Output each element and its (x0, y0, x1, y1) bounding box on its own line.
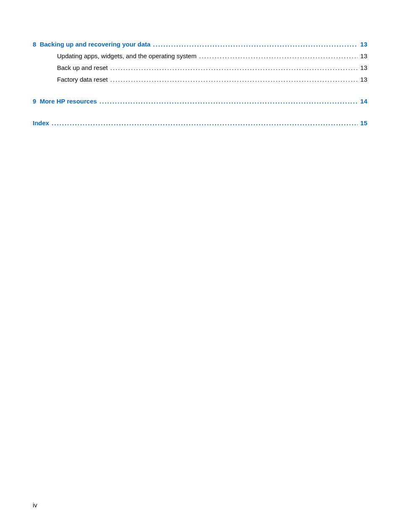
leader-dots (110, 74, 358, 85)
leader-dots (153, 39, 358, 50)
leader-dots (52, 117, 358, 129)
chapter-number: 8 (33, 41, 36, 48)
page-footer: iv (33, 501, 37, 509)
toc-index[interactable]: Index 15 (33, 117, 367, 129)
leader-dots (99, 96, 358, 107)
chapter-title: More HP resources (40, 98, 97, 105)
sub-page: 13 (358, 50, 367, 62)
page-number: 15 (360, 119, 367, 127)
spacer (197, 50, 198, 62)
document-page: 8 Backing up and recovering your data 13… (0, 0, 400, 532)
page-number: 13 (360, 41, 367, 48)
spacer (49, 117, 51, 129)
page-number: 13 (360, 76, 367, 83)
leader-dots (110, 62, 358, 74)
leader-dots (199, 50, 358, 62)
index-title: Index (33, 117, 49, 129)
sub-page: 13 (358, 62, 367, 74)
chapter-page: 14 (358, 96, 367, 107)
spacer (108, 74, 109, 85)
chapter-number: 9 (33, 98, 36, 105)
toc-sub-item[interactable]: Back up and reset 13 (57, 62, 367, 74)
sub-title: Updating apps, widgets, and the operatin… (57, 50, 197, 62)
toc-sub-item[interactable]: Factory data reset 13 (57, 74, 367, 85)
index-page: 15 (358, 117, 367, 129)
page-number: 13 (360, 64, 367, 71)
page-number: 14 (360, 98, 367, 105)
toc-chapter-9[interactable]: 9 More HP resources 14 (33, 96, 367, 107)
sub-page: 13 (358, 74, 367, 85)
toc-chapter-label: 8 Backing up and recovering your data (33, 39, 152, 50)
chapter-page: 13 (358, 39, 367, 50)
sub-title: Factory data reset (57, 74, 108, 85)
toc-chapter-label: 9 More HP resources (33, 96, 99, 107)
toc-sub-item[interactable]: Updating apps, widgets, and the operatin… (57, 50, 367, 62)
toc-chapter-8[interactable]: 8 Backing up and recovering your data 13 (33, 39, 367, 50)
page-label: iv (33, 501, 37, 509)
chapter-title: Backing up and recovering your data (40, 41, 151, 48)
spacer (108, 62, 109, 74)
sub-title: Back up and reset (57, 62, 108, 74)
page-number: 13 (360, 52, 367, 59)
